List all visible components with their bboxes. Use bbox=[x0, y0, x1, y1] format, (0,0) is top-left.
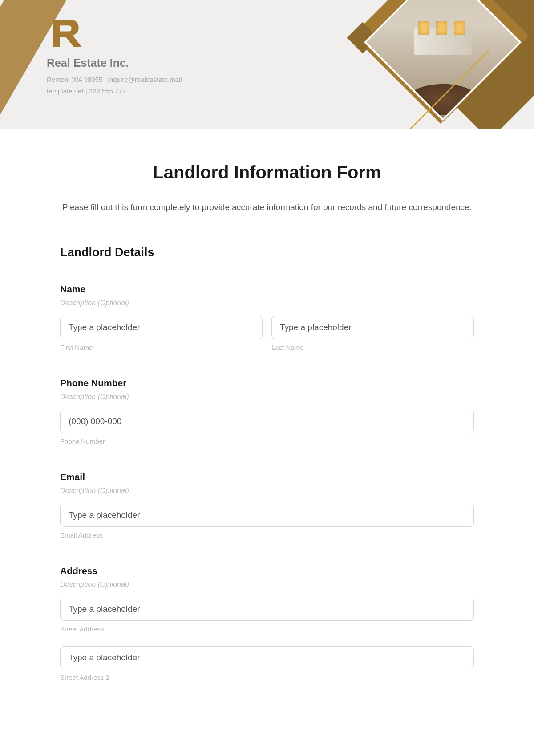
address-label: Address bbox=[60, 566, 474, 576]
phone-label: Phone Number bbox=[60, 378, 474, 388]
first-name-sublabel: First Name bbox=[60, 344, 263, 351]
company-address-line1: Renton, WA 98055 | inquire@realeastate.m… bbox=[47, 74, 182, 85]
field-group-email: Email Description (Optional) Email Addre… bbox=[60, 472, 474, 539]
email-label: Email bbox=[60, 472, 474, 482]
last-name-input[interactable] bbox=[271, 316, 474, 339]
header-content: Real Estate Inc. Renton, WA 98055 | inqu… bbox=[47, 16, 182, 97]
phone-input[interactable] bbox=[60, 410, 474, 433]
first-name-input[interactable] bbox=[60, 316, 263, 339]
field-group-phone: Phone Number Description (Optional) Phon… bbox=[60, 378, 474, 445]
last-name-sublabel: Last Name bbox=[271, 344, 474, 351]
field-group-address: Address Description (Optional) Street Ad… bbox=[60, 566, 474, 681]
street-address-input[interactable] bbox=[60, 598, 474, 621]
email-input[interactable] bbox=[60, 504, 474, 527]
name-desc: Description (Optional) bbox=[60, 299, 474, 307]
street-address-2-sublabel: Street Address 2 bbox=[60, 674, 474, 681]
company-name: Real Estate Inc. bbox=[47, 57, 182, 69]
email-desc: Description (Optional) bbox=[60, 487, 474, 495]
field-group-name: Name Description (Optional) First Name L… bbox=[60, 284, 474, 351]
company-logo bbox=[47, 16, 87, 51]
header-banner: Real Estate Inc. Renton, WA 98055 | inqu… bbox=[0, 0, 534, 129]
email-sublabel: Email Address bbox=[60, 531, 474, 539]
logo-icon bbox=[47, 16, 87, 51]
header-decoration bbox=[267, 0, 534, 129]
name-label: Name bbox=[60, 284, 474, 295]
street-address-2-input[interactable] bbox=[60, 646, 474, 669]
company-address-line2: template.net | 222 555 777 bbox=[47, 85, 182, 97]
phone-desc: Description (Optional) bbox=[60, 393, 474, 401]
form-description: Please fill out this form completely to … bbox=[60, 200, 474, 214]
form-title: Landlord Information Form bbox=[60, 162, 474, 182]
address-desc: Description (Optional) bbox=[60, 581, 474, 589]
form-container: Landlord Information Form Please fill ou… bbox=[0, 129, 534, 726]
phone-sublabel: Phone Number bbox=[60, 437, 474, 445]
street-address-sublabel: Street Address bbox=[60, 625, 474, 633]
section-heading-details: Landlord Details bbox=[60, 246, 474, 259]
